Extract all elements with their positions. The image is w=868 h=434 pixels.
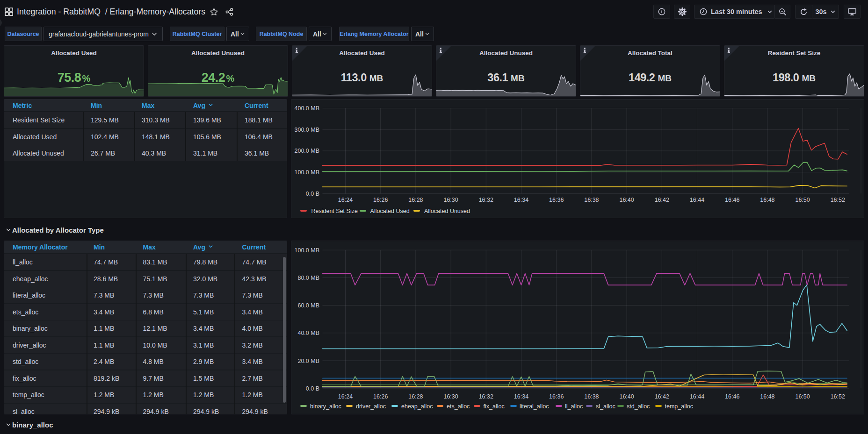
svg-text:16:26: 16:26 (373, 393, 388, 400)
svg-text:16:40: 16:40 (619, 393, 634, 400)
svg-text:60.0 MB: 60.0 MB (297, 302, 319, 309)
svg-text:16:32: 16:32 (479, 197, 493, 203)
svg-text:16:52: 16:52 (831, 393, 845, 400)
svg-text:16:26: 16:26 (373, 197, 388, 203)
svg-text:binary_alloc: binary_alloc (310, 403, 341, 410)
svg-text:16:36: 16:36 (549, 393, 564, 400)
svg-text:200.0 MB: 200.0 MB (294, 148, 319, 154)
svg-text:Allocated Unused: Allocated Unused (424, 208, 470, 214)
svg-text:16:34: 16:34 (514, 393, 528, 400)
svg-text:16:28: 16:28 (408, 197, 423, 203)
svg-text:Resident Set Size: Resident Set Size (311, 208, 358, 214)
svg-text:16:48: 16:48 (760, 197, 774, 203)
svg-text:40.0 MB: 40.0 MB (297, 330, 319, 336)
svg-text:16:50: 16:50 (795, 393, 810, 400)
svg-text:ets_alloc: ets_alloc (447, 403, 470, 410)
svg-text:std_alloc: std_alloc (627, 403, 650, 410)
svg-text:20.0 MB: 20.0 MB (297, 358, 319, 364)
svg-text:100.0 MB: 100.0 MB (294, 247, 319, 254)
svg-text:16:34: 16:34 (514, 197, 528, 203)
svg-text:16:40: 16:40 (619, 197, 634, 203)
svg-text:400.0 MB: 400.0 MB (294, 105, 319, 112)
svg-text:16:50: 16:50 (795, 197, 810, 203)
svg-text:16:30: 16:30 (443, 393, 458, 400)
svg-text:sl_alloc: sl_alloc (596, 403, 615, 410)
svg-text:literal_alloc: literal_alloc (520, 403, 549, 410)
svg-text:16:48: 16:48 (760, 393, 774, 400)
svg-text:16:24: 16:24 (338, 197, 353, 203)
svg-text:0.0 B: 0.0 B (306, 191, 319, 197)
svg-text:16:44: 16:44 (690, 197, 704, 203)
svg-text:16:36: 16:36 (549, 197, 564, 203)
svg-text:eheap_alloc: eheap_alloc (401, 403, 433, 410)
svg-text:100.0 MB: 100.0 MB (294, 169, 319, 176)
svg-text:16:30: 16:30 (443, 197, 458, 203)
svg-text:16:24: 16:24 (338, 393, 353, 400)
svg-text:16:38: 16:38 (584, 197, 599, 203)
svg-text:temp_alloc: temp_alloc (665, 403, 693, 410)
svg-text:16:32: 16:32 (479, 393, 493, 400)
svg-text:300.0 MB: 300.0 MB (294, 127, 319, 133)
svg-text:16:42: 16:42 (655, 197, 669, 203)
svg-text:16:46: 16:46 (725, 393, 739, 400)
svg-text:ll_alloc: ll_alloc (565, 403, 583, 410)
svg-text:16:44: 16:44 (690, 393, 704, 400)
svg-text:16:46: 16:46 (725, 197, 739, 203)
svg-text:16:28: 16:28 (408, 393, 423, 400)
svg-text:16:42: 16:42 (655, 393, 669, 400)
svg-text:driver_alloc: driver_alloc (356, 403, 386, 410)
svg-text:Allocated Used: Allocated Used (370, 208, 410, 214)
svg-text:16:52: 16:52 (831, 197, 845, 203)
svg-text:0.0 B: 0.0 B (306, 385, 319, 392)
svg-text:16:38: 16:38 (584, 393, 599, 400)
svg-text:80.0 MB: 80.0 MB (297, 275, 319, 281)
svg-text:fix_alloc: fix_alloc (484, 403, 505, 410)
